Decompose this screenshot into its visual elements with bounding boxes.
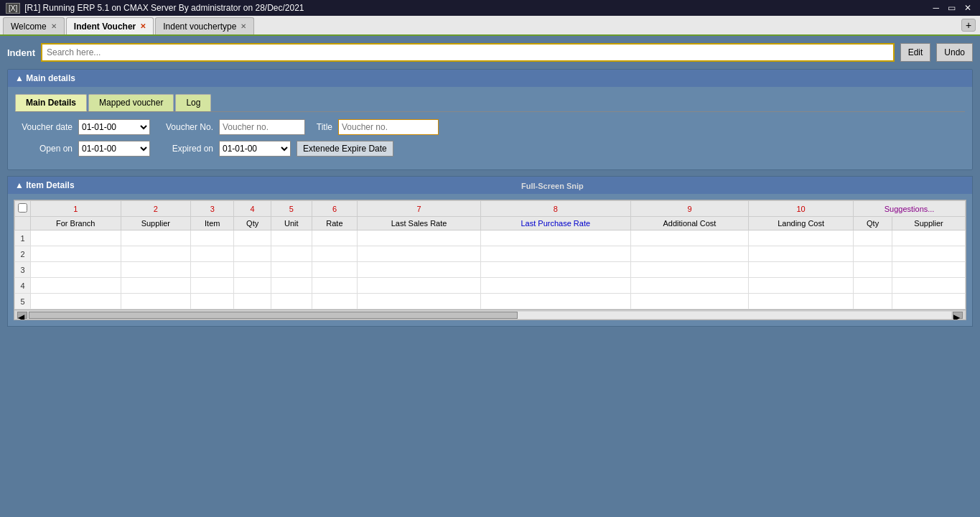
horizontal-scrollbar[interactable]: ◀ ▶	[14, 309, 966, 320]
voucher-date-select[interactable]: 01-01-00	[78, 119, 150, 135]
sub-tab-log[interactable]: Log	[175, 94, 211, 111]
grid-scroll-area[interactable]: 1 2 3 4 5 6 7 8 9 10 Suggestions...	[14, 200, 966, 309]
row-2-for-branch[interactable]	[31, 246, 121, 262]
row-5-item[interactable]	[191, 294, 234, 309]
search-input[interactable]	[41, 43, 895, 62]
title-input[interactable]	[338, 119, 439, 135]
row-1-landing-cost[interactable]	[749, 230, 854, 246]
row-1-last-purchase-rate[interactable]	[480, 230, 630, 246]
col-6-num: 6	[312, 201, 358, 217]
row-1-item[interactable]	[191, 230, 234, 246]
tab-welcome-close[interactable]: ✕	[51, 22, 57, 30]
voucher-no-input[interactable]	[219, 119, 305, 135]
row-4-last-sales-rate[interactable]	[358, 278, 480, 294]
row-4-unit[interactable]	[271, 278, 312, 294]
row-3-last-purchase-rate[interactable]	[480, 262, 630, 278]
row-5-rate[interactable]	[312, 294, 358, 309]
row-2-supplier[interactable]	[121, 246, 191, 262]
row-1-last-sales-rate[interactable]	[358, 230, 480, 246]
app-icon: [X]	[6, 3, 20, 14]
edit-button[interactable]: Edit	[900, 43, 931, 62]
col-1-num: 1	[31, 201, 121, 217]
row-2-unit[interactable]	[271, 246, 312, 262]
row-3-for-branch[interactable]	[31, 262, 121, 278]
row-4-last-purchase-rate[interactable]	[480, 278, 630, 294]
row-4-qty[interactable]	[234, 278, 271, 294]
row-4-rate[interactable]	[312, 278, 358, 294]
row-5-supplier[interactable]	[121, 294, 191, 309]
row-3-additional-cost[interactable]	[630, 262, 748, 278]
row-5-last-sales-rate[interactable]	[358, 294, 480, 309]
row-5-sug-supplier[interactable]	[892, 294, 966, 309]
row-4-sug-supplier[interactable]	[892, 278, 966, 294]
row-3-last-sales-rate[interactable]	[358, 262, 480, 278]
row-3-sug-supplier[interactable]	[892, 262, 966, 278]
expired-on-select[interactable]: 01-01-00	[219, 141, 291, 157]
tab-indent-voucher[interactable]: Indent Voucher ✕	[66, 17, 154, 34]
item-grid: 1 2 3 4 5 6 7 8 9 10 Suggestions...	[14, 200, 966, 309]
row-3-item[interactable]	[191, 262, 234, 278]
row-2-additional-cost[interactable]	[630, 246, 748, 262]
row-3-landing-cost[interactable]	[749, 262, 854, 278]
row-4-for-branch[interactable]	[31, 278, 121, 294]
minimize-button[interactable]: ─	[930, 3, 942, 13]
row-2-last-sales-rate[interactable]	[358, 246, 480, 262]
window-controls[interactable]: ─ ▭ ✕	[930, 3, 974, 13]
row-1-sug-supplier[interactable]	[892, 230, 966, 246]
add-tab-button[interactable]: +	[961, 19, 976, 32]
row-2-last-purchase-rate[interactable]	[480, 246, 630, 262]
close-button[interactable]: ✕	[961, 3, 974, 13]
tab-welcome[interactable]: Welcome ✕	[3, 17, 65, 34]
row-1-qty[interactable]	[234, 230, 271, 246]
row-2-rate[interactable]	[312, 246, 358, 262]
row-5-unit[interactable]	[271, 294, 312, 309]
select-all-checkbox[interactable]	[18, 203, 27, 213]
row-5-last-purchase-rate[interactable]	[480, 294, 630, 309]
row-4-sug-qty[interactable]	[854, 278, 892, 294]
row-2-item[interactable]	[191, 246, 234, 262]
row-2-qty[interactable]	[234, 246, 271, 262]
row-2-landing-cost[interactable]	[749, 246, 854, 262]
row-1-sug-qty[interactable]	[854, 230, 892, 246]
sub-tab-mapped-voucher[interactable]: Mapped voucher	[88, 94, 174, 111]
scroll-thumb[interactable]	[29, 312, 518, 319]
sub-tab-main-details[interactable]: Main Details	[15, 94, 87, 111]
undo-button[interactable]: Undo	[936, 43, 973, 62]
row-4-supplier[interactable]	[121, 278, 191, 294]
row-1-supplier[interactable]	[121, 230, 191, 246]
grid-container[interactable]: 1 2 3 4 5 6 7 8 9 10 Suggestions...	[14, 200, 966, 320]
row-3-num: 3	[15, 262, 31, 278]
row-5-for-branch[interactable]	[31, 294, 121, 309]
row-4-item[interactable]	[191, 278, 234, 294]
row-2-sug-qty[interactable]	[854, 246, 892, 262]
scroll-left-button[interactable]: ◀	[17, 312, 27, 319]
col-8-num: 8	[480, 201, 630, 217]
extended-expire-date-button[interactable]: Extenede Expire Date	[297, 141, 393, 157]
row-3-unit[interactable]	[271, 262, 312, 278]
row-3-qty[interactable]	[234, 262, 271, 278]
col-last-purchase-rate: Last Purchase Rate	[480, 217, 630, 230]
tab-indent-vouchertype-close[interactable]: ✕	[241, 22, 246, 30]
row-5-additional-cost[interactable]	[630, 294, 748, 309]
restore-button[interactable]: ▭	[945, 3, 958, 13]
row-3-supplier[interactable]	[121, 262, 191, 278]
scroll-track[interactable]	[29, 312, 951, 319]
expired-on-label: Expired on	[156, 144, 213, 154]
row-4-additional-cost[interactable]	[630, 278, 748, 294]
scroll-right-button[interactable]: ▶	[953, 312, 963, 319]
row-5-qty[interactable]	[234, 294, 271, 309]
row-1-for-branch[interactable]	[31, 230, 121, 246]
row-4-landing-cost[interactable]	[749, 278, 854, 294]
tab-indent-voucher-close[interactable]: ✕	[140, 22, 146, 30]
row-3-sug-qty[interactable]	[854, 262, 892, 278]
row-5-sug-qty[interactable]	[854, 294, 892, 309]
row-3-rate[interactable]	[312, 262, 358, 278]
col-2-num: 2	[121, 201, 191, 217]
tab-indent-vouchertype[interactable]: Indent vouchertype ✕	[155, 17, 254, 34]
row-1-unit[interactable]	[271, 230, 312, 246]
row-1-additional-cost[interactable]	[630, 230, 748, 246]
row-5-landing-cost[interactable]	[749, 294, 854, 309]
row-2-sug-supplier[interactable]	[892, 246, 966, 262]
open-on-select[interactable]: 01-01-00	[78, 141, 150, 157]
row-1-rate[interactable]	[312, 230, 358, 246]
